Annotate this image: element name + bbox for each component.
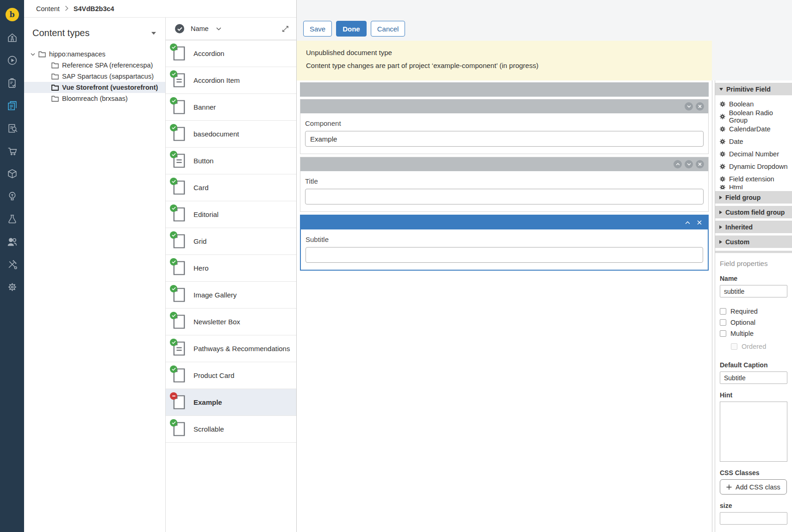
palette-item-field-extension[interactable]: Field extension [715, 173, 792, 185]
list-item-selected[interactable]: Example [166, 389, 296, 416]
palette-section-field-group[interactable]: Field group [715, 191, 792, 204]
home-icon[interactable] [0, 26, 24, 49]
hint-textarea[interactable] [720, 402, 787, 462]
list-item[interactable]: Product Card [166, 362, 296, 389]
palette-section-primitive-field[interactable]: Primitive Field [715, 83, 792, 95]
gear-icon [719, 126, 726, 132]
palette-item-boolean[interactable]: Boolean [715, 98, 792, 110]
subtitle-input[interactable] [306, 247, 703, 263]
tree-item-referencespa[interactable]: Reference SPA (referencespa) [24, 60, 165, 71]
list-item[interactable]: Hero [166, 255, 296, 282]
list-item[interactable]: Card [166, 174, 296, 201]
field-section-component[interactable]: Component [300, 99, 709, 154]
palette-item-html[interactable]: Html [715, 185, 792, 189]
hint-label: Hint [720, 391, 787, 399]
add-css-class-button[interactable]: Add CSS class [720, 479, 787, 495]
palette-section-inherited[interactable]: Inherited [715, 221, 792, 233]
tree-item-sapspartacus[interactable]: SAP Spartacus (sapspartacus) [24, 71, 165, 82]
palette-section-custom-field-group[interactable]: Custom field group [715, 206, 792, 218]
cancel-button[interactable]: Cancel [371, 21, 405, 37]
bloomreach-logo[interactable]: b [6, 8, 19, 21]
gear-icon [719, 101, 726, 107]
main-column: Save Done Cancel Unpublished document ty… [297, 0, 792, 532]
namespace-tree: hippo:namespaces Reference SPA (referenc… [24, 49, 165, 104]
folder-icon [51, 85, 59, 91]
gear-icon[interactable] [0, 276, 24, 298]
select-all-check-icon[interactable] [175, 24, 184, 33]
palette-item-decimal-number[interactable]: Decimal Number [715, 148, 792, 160]
cube-icon[interactable] [0, 162, 24, 185]
chevron-down-icon[interactable] [216, 27, 221, 31]
type-list-header: Name [166, 18, 296, 40]
list-item[interactable]: Newsletter Box [166, 309, 296, 335]
play-circle-icon[interactable] [0, 49, 24, 72]
list-item[interactable]: Banner [166, 94, 296, 121]
list-item[interactable]: Accordion [166, 40, 296, 67]
save-button[interactable]: Save [303, 21, 332, 37]
gear-icon [719, 163, 726, 170]
documents-icon[interactable] [0, 94, 24, 117]
palette-section-custom[interactable]: Custom [715, 235, 792, 248]
checkbox-icon[interactable] [720, 330, 726, 337]
field-section-subtitle-selected[interactable]: Subtitle [300, 215, 709, 271]
move-down-icon[interactable] [685, 102, 693, 111]
remove-field-icon[interactable] [697, 220, 702, 225]
default-caption-input[interactable] [720, 371, 787, 384]
clipboard-check-icon[interactable] [0, 72, 24, 94]
list-item[interactable]: Image Gallery [166, 282, 296, 309]
users-icon[interactable] [0, 230, 24, 253]
published-badge-icon [170, 178, 177, 185]
list-item[interactable]: Scrollable [166, 416, 296, 443]
remove-field-icon[interactable] [696, 160, 704, 168]
palette-item-boolean-radio-group[interactable]: Boolean Radio Group [715, 110, 792, 123]
name-input[interactable] [720, 285, 787, 297]
published-badge-icon [170, 419, 177, 427]
collapse-icon[interactable] [685, 221, 690, 224]
expand-panel-icon[interactable] [282, 25, 289, 32]
list-item[interactable]: basedocument [166, 121, 296, 148]
lightbulb-icon[interactable] [0, 185, 24, 208]
gear-icon [719, 151, 726, 157]
tree-item-vuestorefront[interactable]: Vue Storefront (vuestorefront) [24, 82, 165, 93]
document-icon [173, 46, 186, 61]
optional-checkbox-row[interactable]: Optional [720, 317, 787, 328]
title-input[interactable] [305, 189, 704, 204]
size-input[interactable] [720, 512, 787, 525]
app-root: b [0, 0, 792, 532]
panel-dropdown-icon[interactable] [151, 32, 156, 35]
palette-item-calendardate[interactable]: CalendarDate [715, 123, 792, 135]
move-down-icon[interactable] [685, 160, 693, 168]
done-button[interactable]: Done [336, 21, 367, 37]
sort-column-label[interactable]: Name [191, 25, 209, 32]
list-item[interactable]: Editorial [166, 201, 296, 228]
checkbox-icon[interactable] [720, 308, 726, 315]
list-item[interactable]: Grid [166, 228, 296, 255]
tree-item-brxsaas[interactable]: Bloomreach (brxsaas) [24, 93, 165, 104]
tools-icon[interactable] [0, 253, 24, 276]
document-icon [173, 314, 186, 329]
breadcrumb-section[interactable]: Content [36, 5, 60, 12]
app-sidebar: b [0, 0, 24, 532]
field-label: Title [305, 177, 704, 185]
component-input[interactable] [305, 131, 704, 147]
shopping-cart-icon[interactable] [0, 140, 24, 162]
flask-icon[interactable] [0, 208, 24, 230]
list-item[interactable]: Button [166, 148, 296, 174]
gear-icon [719, 113, 726, 120]
field-section-title[interactable]: Title [300, 157, 709, 212]
caret-right-icon [719, 210, 722, 214]
multiple-checkbox-row[interactable]: Multiple [720, 328, 787, 339]
checkbox-icon[interactable] [720, 319, 726, 326]
document-lines-icon [173, 73, 186, 88]
document-search-icon[interactable] [0, 117, 24, 140]
remove-field-icon[interactable] [696, 102, 704, 111]
list-item[interactable]: Accordion Item [166, 67, 296, 94]
palette-item-dynamic-dropdown[interactable]: Dynamic Dropdown [715, 160, 792, 173]
published-badge-icon [170, 339, 177, 346]
document-icon [173, 260, 186, 276]
palette-item-date[interactable]: Date [715, 135, 792, 148]
required-checkbox-row[interactable]: Required [720, 306, 787, 317]
move-up-icon[interactable] [674, 160, 682, 168]
list-item[interactable]: Pathways & Recommendations [166, 335, 296, 362]
right-panel: Primitive Field Boolean Boolean Radio Gr… [715, 80, 792, 532]
